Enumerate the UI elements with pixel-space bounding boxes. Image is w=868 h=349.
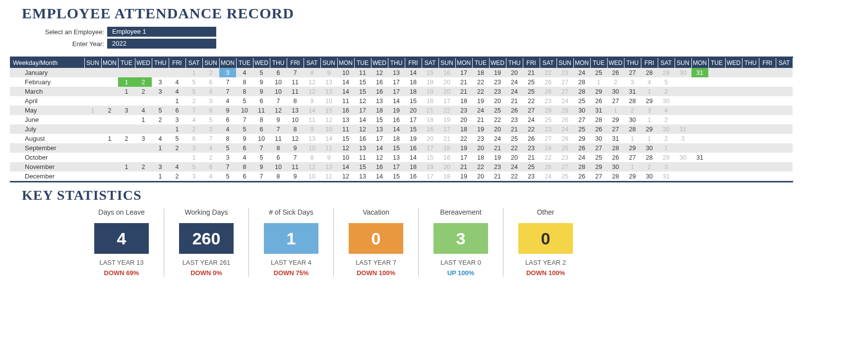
day-cell[interactable]: 26 xyxy=(607,153,624,162)
day-cell[interactable]: 29 xyxy=(658,68,675,77)
day-cell[interactable]: 16 xyxy=(422,124,438,134)
day-cell[interactable]: 6 xyxy=(169,106,186,115)
day-cell[interactable]: 27 xyxy=(607,96,624,106)
day-cell[interactable]: 20 xyxy=(506,153,523,162)
day-cell[interactable]: 9 xyxy=(270,115,287,124)
day-cell[interactable] xyxy=(675,115,691,124)
day-cell[interactable] xyxy=(725,96,742,106)
day-cell[interactable] xyxy=(725,68,742,77)
day-cell[interactable]: 29 xyxy=(658,153,675,162)
day-cell[interactable]: 22 xyxy=(540,68,557,77)
day-cell[interactable]: 6 xyxy=(202,162,219,172)
day-cell[interactable]: 19 xyxy=(422,162,438,172)
day-cell[interactable] xyxy=(675,96,691,106)
day-cell[interactable] xyxy=(135,68,152,77)
day-cell[interactable]: 4 xyxy=(641,77,658,87)
day-cell[interactable]: 12 xyxy=(270,106,287,115)
day-cell[interactable]: 29 xyxy=(590,162,607,172)
day-cell[interactable]: 2 xyxy=(624,106,641,115)
day-cell[interactable]: 21 xyxy=(506,124,523,134)
day-cell[interactable]: 22 xyxy=(472,87,489,96)
day-cell[interactable]: 10 xyxy=(253,134,270,143)
day-cell[interactable]: 17 xyxy=(388,162,405,172)
day-cell[interactable]: 11 xyxy=(287,87,304,96)
day-cell[interactable]: 10 xyxy=(236,106,253,115)
day-cell[interactable]: 9 xyxy=(287,143,304,153)
day-cell[interactable] xyxy=(84,143,101,153)
day-cell[interactable]: 30 xyxy=(658,96,675,106)
day-cell[interactable]: 8 xyxy=(202,106,219,115)
day-cell[interactable]: 15 xyxy=(354,162,371,172)
day-cell[interactable]: 16 xyxy=(422,96,438,106)
day-cell[interactable]: 23 xyxy=(455,106,472,115)
day-cell[interactable]: 3 xyxy=(219,153,236,162)
day-cell[interactable]: 24 xyxy=(557,96,573,106)
day-cell[interactable]: 15 xyxy=(320,106,337,115)
day-cell[interactable]: 11 xyxy=(304,115,320,124)
day-cell[interactable]: 18 xyxy=(371,106,388,115)
day-cell[interactable]: 6 xyxy=(253,96,270,106)
day-cell[interactable]: 22 xyxy=(455,134,472,143)
day-cell[interactable] xyxy=(84,134,101,143)
day-cell[interactable]: 11 xyxy=(337,124,354,134)
day-cell[interactable]: 31 xyxy=(691,68,708,77)
day-cell[interactable]: 18 xyxy=(405,87,422,96)
day-cell[interactable]: 27 xyxy=(590,172,607,181)
day-cell[interactable] xyxy=(776,96,793,106)
day-cell[interactable]: 17 xyxy=(422,143,438,153)
day-cell[interactable]: 30 xyxy=(641,172,658,181)
day-cell[interactable]: 22 xyxy=(472,77,489,87)
day-cell[interactable] xyxy=(708,68,725,77)
day-cell[interactable]: 28 xyxy=(624,124,641,134)
day-cell[interactable]: 11 xyxy=(287,77,304,87)
day-cell[interactable]: 1 xyxy=(590,77,607,87)
day-cell[interactable] xyxy=(691,143,708,153)
day-cell[interactable]: 7 xyxy=(270,96,287,106)
day-cell[interactable] xyxy=(691,106,708,115)
day-cell[interactable]: 11 xyxy=(320,172,337,181)
day-cell[interactable]: 23 xyxy=(540,124,557,134)
day-cell[interactable] xyxy=(118,153,135,162)
day-cell[interactable]: 6 xyxy=(236,172,253,181)
day-cell[interactable]: 8 xyxy=(236,162,253,172)
day-cell[interactable]: 11 xyxy=(354,68,371,77)
day-cell[interactable]: 8 xyxy=(219,134,236,143)
day-cell[interactable]: 16 xyxy=(405,172,422,181)
day-cell[interactable]: 14 xyxy=(337,77,354,87)
day-cell[interactable]: 10 xyxy=(320,124,337,134)
day-cell[interactable] xyxy=(691,87,708,96)
day-cell[interactable] xyxy=(101,153,118,162)
day-cell[interactable]: 3 xyxy=(219,68,236,77)
day-cell[interactable]: 29 xyxy=(624,143,641,153)
day-cell[interactable]: 15 xyxy=(422,153,438,162)
day-cell[interactable] xyxy=(708,172,725,181)
day-cell[interactable]: 3 xyxy=(675,134,691,143)
day-cell[interactable]: 18 xyxy=(405,162,422,172)
day-cell[interactable]: 4 xyxy=(236,153,253,162)
employee-select[interactable]: Employee 1 xyxy=(107,27,216,37)
day-cell[interactable]: 1 xyxy=(135,115,152,124)
day-cell[interactable] xyxy=(742,96,759,106)
day-cell[interactable]: 8 xyxy=(270,172,287,181)
day-cell[interactable]: 21 xyxy=(506,96,523,106)
day-cell[interactable]: 20 xyxy=(489,124,506,134)
day-cell[interactable]: 6 xyxy=(202,87,219,96)
day-cell[interactable]: 18 xyxy=(438,143,455,153)
day-cell[interactable]: 7 xyxy=(253,143,270,153)
day-cell[interactable]: 8 xyxy=(287,96,304,106)
day-cell[interactable] xyxy=(742,172,759,181)
day-cell[interactable]: 16 xyxy=(371,77,388,87)
day-cell[interactable] xyxy=(759,124,776,134)
day-cell[interactable]: 26 xyxy=(540,87,557,96)
day-cell[interactable]: 6 xyxy=(219,115,236,124)
day-cell[interactable] xyxy=(84,172,101,181)
day-cell[interactable] xyxy=(708,106,725,115)
day-cell[interactable]: 4 xyxy=(202,172,219,181)
day-cell[interactable]: 10 xyxy=(304,143,320,153)
day-cell[interactable]: 10 xyxy=(337,68,354,77)
day-cell[interactable]: 17 xyxy=(438,124,455,134)
day-cell[interactable] xyxy=(675,106,691,115)
day-cell[interactable]: 8 xyxy=(270,143,287,153)
day-cell[interactable]: 21 xyxy=(489,143,506,153)
day-cell[interactable] xyxy=(759,143,776,153)
